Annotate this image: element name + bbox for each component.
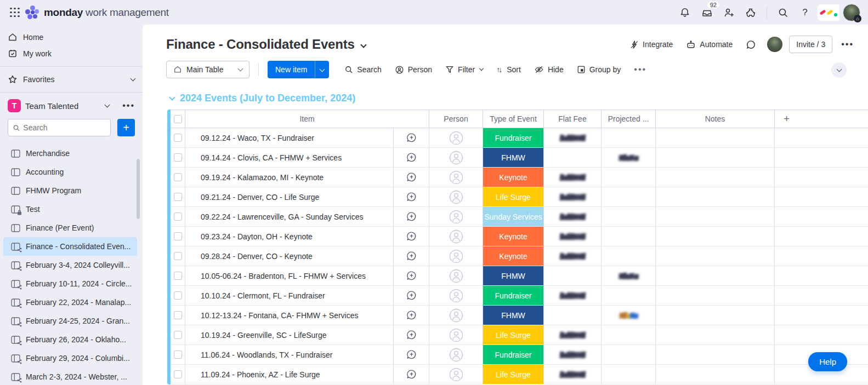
user-avatar[interactable]: ⌂ bbox=[843, 4, 860, 21]
projected-cell[interactable]: ▇█▆▇ ▆ ▇█▆▇▆ bbox=[602, 365, 656, 384]
item-name-cell[interactable]: 09.21.24 - Denver, CO - Life Surge bbox=[185, 187, 394, 206]
projected-cell[interactable]: ▇█▆▇ ▆ ▇█▆▇▆ bbox=[602, 207, 656, 226]
person-filter-button[interactable]: Person bbox=[389, 62, 438, 78]
sidebar-board-item[interactable]: Test bbox=[3, 200, 137, 219]
person-cell[interactable] bbox=[429, 345, 483, 364]
type-of-event-chip[interactable]: Life Surge bbox=[483, 325, 543, 344]
type-of-event-chip[interactable]: Sunday Services bbox=[483, 207, 543, 226]
monday-product-switcher-icon[interactable] bbox=[818, 4, 839, 21]
open-conversation-button[interactable] bbox=[394, 227, 429, 246]
collapse-header-button[interactable] bbox=[831, 62, 847, 78]
sidebar-board-item[interactable]: Accounting bbox=[3, 163, 137, 181]
view-selector[interactable]: Main Table bbox=[166, 61, 249, 78]
item-name-cell[interactable]: 11.09.24 - Phoenix, AZ - Life Surge bbox=[185, 365, 394, 384]
row-checkbox[interactable] bbox=[174, 193, 182, 201]
notes-cell[interactable] bbox=[656, 148, 775, 167]
notes-cell[interactable] bbox=[656, 187, 775, 206]
invite-members-icon[interactable] bbox=[719, 3, 738, 22]
monday-logo-icon[interactable] bbox=[25, 5, 39, 20]
type-of-event-chip[interactable]: Keynote bbox=[483, 246, 543, 266]
column-header-projected[interactable]: Projected ... bbox=[602, 110, 656, 128]
sidebar-board-item[interactable]: February 10-11, 2024 - Circle... bbox=[3, 274, 137, 293]
row-checkbox[interactable] bbox=[174, 370, 182, 378]
item-name-cell[interactable]: 09.14.24 - Clovis, CA - FHMW + Services bbox=[185, 148, 394, 167]
group-by-button[interactable]: Group by bbox=[571, 62, 627, 77]
row-checkbox[interactable] bbox=[174, 291, 182, 300]
sidebar-item-favorites[interactable]: Favorites bbox=[0, 71, 143, 88]
notes-cell[interactable] bbox=[656, 325, 775, 344]
chevron-down-icon[interactable] bbox=[360, 42, 366, 48]
flat-fee-cell[interactable]: █▆██▇.▇█ bbox=[544, 286, 602, 305]
sidebar-item-home[interactable]: Home bbox=[0, 29, 143, 45]
flat-fee-cell[interactable]: █▆██▇.▇█ bbox=[544, 246, 602, 266]
add-column-button[interactable]: + bbox=[775, 110, 868, 128]
person-cell[interactable] bbox=[429, 365, 483, 384]
type-of-event-chip[interactable]: FHMW bbox=[483, 266, 543, 285]
person-cell[interactable] bbox=[429, 187, 483, 206]
projected-cell[interactable]: ▇█▆▇ ▆ ▇█▆▇▆ bbox=[602, 345, 656, 364]
type-of-event-chip[interactable]: Keynote bbox=[483, 227, 543, 246]
item-name-cell[interactable]: 09.22.24 - Lawrenceville, GA - Sunday Se… bbox=[185, 207, 394, 226]
column-header-item[interactable]: Item bbox=[185, 110, 429, 128]
sidebar-board-item[interactable]: February 24-25, 2024 - Gran... bbox=[3, 312, 137, 330]
item-name-cell[interactable]: 10.12-13.24 - Fontana, CA- FHMW + Servic… bbox=[185, 306, 394, 325]
flat-fee-cell[interactable]: █▆██▇.▇█ bbox=[544, 266, 602, 285]
person-cell[interactable] bbox=[429, 306, 483, 325]
open-conversation-button[interactable] bbox=[394, 148, 429, 167]
board-member-avatar[interactable] bbox=[767, 37, 782, 52]
person-cell[interactable] bbox=[429, 286, 483, 305]
projected-cell[interactable]: ▇█▆▇ ▆ ▇█▆▇▆ bbox=[602, 286, 656, 305]
sidebar-scrollbar[interactable] bbox=[137, 159, 140, 219]
item-name-cell[interactable]: 10.05-06.24 - Bradenton, FL - FHMW + Ser… bbox=[185, 266, 394, 285]
notes-cell[interactable] bbox=[656, 365, 775, 384]
row-checkbox[interactable] bbox=[174, 134, 182, 142]
sort-button[interactable]: ↑↓ Sort bbox=[491, 62, 526, 77]
open-conversation-button[interactable] bbox=[394, 306, 429, 325]
projected-cell[interactable]: ▇█▆▇ ▆ ▇█▆▇▆ bbox=[602, 246, 656, 266]
projected-cell[interactable]: ▇█▆▇ ▆ ▇█▆▇▆ bbox=[602, 306, 656, 325]
workspace-switcher[interactable]: T Team Talented ••• bbox=[0, 97, 143, 118]
open-conversation-button[interactable] bbox=[394, 365, 429, 384]
flat-fee-cell[interactable]: █▆██▇.▇█ bbox=[544, 325, 602, 344]
flat-fee-cell[interactable]: █▆██▇.▇█ bbox=[544, 365, 602, 384]
open-conversation-button[interactable] bbox=[394, 325, 429, 344]
open-conversation-button[interactable] bbox=[394, 246, 429, 266]
integrate-button[interactable]: Integrate bbox=[625, 37, 677, 53]
row-checkbox[interactable] bbox=[174, 232, 182, 240]
open-conversation-button[interactable] bbox=[394, 128, 429, 147]
row-checkbox[interactable] bbox=[174, 252, 182, 260]
person-cell[interactable] bbox=[429, 325, 483, 344]
person-cell[interactable] bbox=[429, 266, 483, 285]
column-header-notes[interactable]: Notes bbox=[656, 110, 775, 128]
apps-marketplace-icon[interactable] bbox=[741, 3, 760, 22]
person-cell[interactable] bbox=[429, 207, 483, 226]
type-of-event-chip[interactable]: Fundraiser bbox=[483, 286, 543, 305]
notes-cell[interactable] bbox=[656, 207, 775, 226]
new-item-dropdown[interactable] bbox=[315, 61, 329, 78]
row-checkbox[interactable] bbox=[174, 212, 182, 221]
sidebar-board-item[interactable]: FHMW Program bbox=[3, 181, 137, 200]
type-of-event-chip[interactable]: Life Surge bbox=[483, 187, 543, 206]
open-conversation-button[interactable] bbox=[394, 345, 429, 364]
flat-fee-cell[interactable]: █▆██▇.▇█ bbox=[544, 345, 602, 364]
row-checkbox[interactable] bbox=[174, 153, 182, 162]
column-header-person[interactable]: Person bbox=[429, 110, 483, 128]
open-conversation-button[interactable] bbox=[394, 207, 429, 226]
projected-cell[interactable]: ▇█▆▇ ▆ ▇█▆▇▆ bbox=[602, 187, 656, 206]
column-header-flat-fee[interactable]: Flat Fee bbox=[544, 110, 602, 128]
notifications-bell-icon[interactable] bbox=[676, 3, 694, 22]
flat-fee-cell[interactable]: █▆██▇.▇█ bbox=[544, 128, 602, 147]
sidebar-board-item[interactable]: March 2-3, 2024 - Webster, ... bbox=[3, 367, 137, 385]
item-name-cell[interactable]: 09.23.24 - Dayton, OH - Keynote bbox=[185, 227, 394, 246]
new-item-button[interactable]: New item bbox=[268, 61, 315, 78]
projected-cell[interactable]: ▇█▆▇ ▆ ▇█▆▇▆ bbox=[602, 325, 656, 344]
sidebar-search[interactable] bbox=[8, 119, 111, 136]
flat-fee-cell[interactable]: █▆██▇.▇█ bbox=[544, 148, 602, 167]
notes-cell[interactable] bbox=[656, 246, 775, 266]
projected-cell[interactable]: ▇█▆▇ ▆ ▇█▆▇▆ bbox=[602, 168, 656, 187]
item-name-cell[interactable]: 09.28.24 - Denver, CO - Keynote bbox=[185, 246, 394, 266]
group-collapse-icon[interactable] bbox=[169, 94, 175, 100]
notes-cell[interactable] bbox=[656, 227, 775, 246]
type-of-event-chip[interactable]: Keynote bbox=[483, 168, 543, 187]
notes-cell[interactable] bbox=[656, 306, 775, 325]
